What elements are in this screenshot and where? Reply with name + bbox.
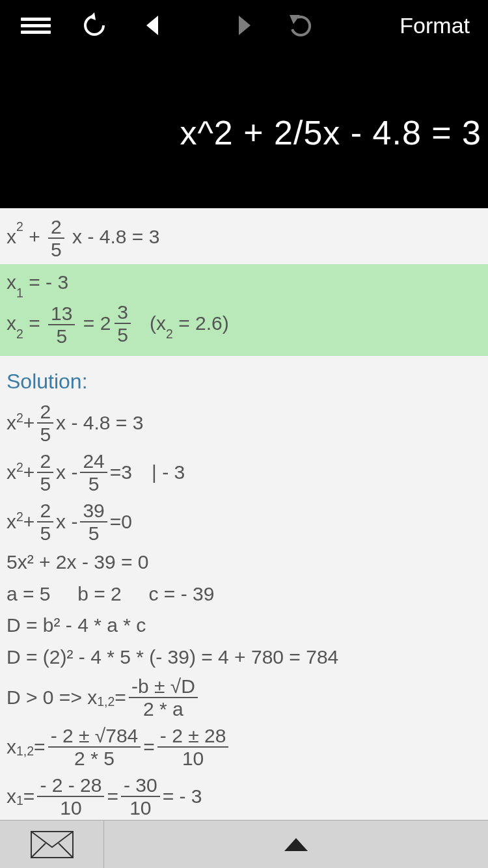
solution-heading: Solution:: [7, 368, 481, 396]
header: Format x^2 + 2/5x - 4.8 = 3: [0, 0, 488, 208]
prev-button[interactable]: [124, 0, 182, 51]
undo-button[interactable]: [273, 0, 332, 51]
equation-input[interactable]: x^2 + 2/5x - 4.8 = 3: [0, 51, 488, 208]
menu-button[interactable]: [7, 0, 65, 51]
mail-icon: [30, 830, 74, 859]
step-1: x2 + 25 x - 4.8 = 3: [7, 401, 481, 445]
reload-button[interactable]: [65, 0, 124, 51]
reload-icon: [81, 12, 107, 38]
echo-line: x2 + 25 x - 4.8 = 3: [7, 216, 481, 260]
toolbar: Format: [0, 0, 488, 51]
step-3: x2 + 25 x - 395 = 0: [7, 500, 481, 544]
expand-button[interactable]: [104, 821, 488, 868]
menu-icon: [21, 14, 51, 37]
next-button[interactable]: [215, 0, 273, 51]
answer-x2: x2 = 135 = 235 (x2 = 2.6): [7, 301, 481, 347]
step-10: x1 = - 2 - 2810 = - 3010 = - 3: [7, 774, 481, 819]
solution-content: x2 + 25 x - 4.8 = 3 x1 = - 3 x2 = 135 = …: [0, 208, 488, 820]
app-root: Format x^2 + 2/5x - 4.8 = 3 x2 + 25 x - …: [0, 0, 488, 868]
footer: [0, 820, 488, 868]
answer-x1: x1 = - 3: [7, 269, 481, 297]
step-8: D > 0 => x1,2 = -b ± √D2 * a: [7, 675, 481, 720]
triangle-right-icon: [236, 16, 252, 35]
triangle-left-icon: [145, 16, 161, 35]
step-6: D = b² - 4 * a * c: [7, 612, 481, 639]
mail-button[interactable]: [0, 821, 104, 868]
triangle-up-icon: [283, 837, 309, 852]
step-4: 5x² + 2x - 39 = 0: [7, 549, 481, 576]
answer-box: x1 = - 3 x2 = 135 = 235 (x2 = 2.6): [0, 264, 488, 356]
undo-icon: [288, 14, 317, 37]
step-7: D = (2)² - 4 * 5 * (- 39) = 4 + 780 = 78…: [7, 644, 481, 671]
step-5: a = 5 b = 2 c = - 39: [7, 581, 481, 608]
step-2: x2 + 25 x - 245 = 3 | - 3: [7, 450, 481, 495]
format-button[interactable]: Format: [400, 13, 481, 38]
step-9: x1,2 = - 2 ± √7842 * 5 = - 2 ± 2810: [7, 725, 481, 769]
